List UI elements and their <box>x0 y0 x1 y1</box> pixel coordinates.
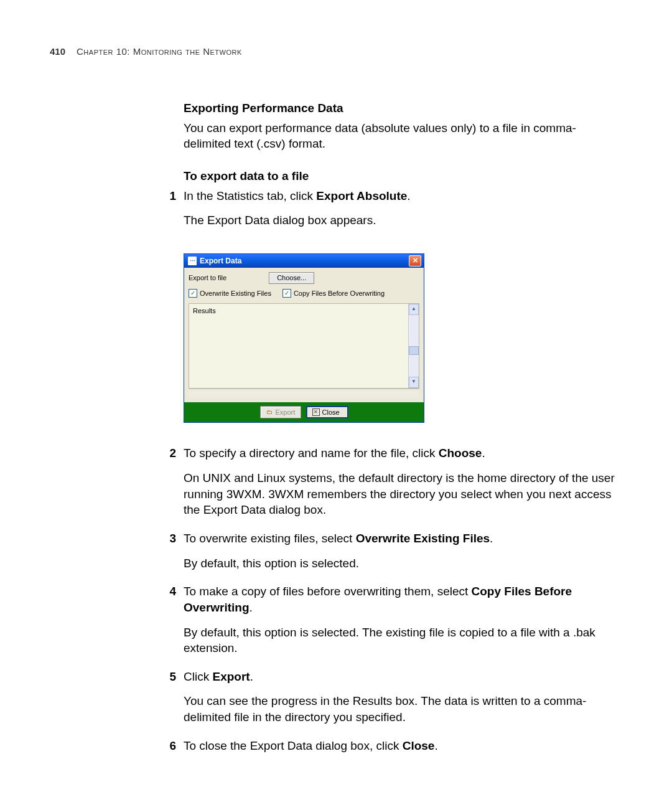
step-body: To close the Export Data dialog box, cli… <box>184 738 616 763</box>
export-button-label: Export <box>276 408 296 417</box>
step-text: To overwrite existing files, select <box>184 532 356 545</box>
choose-button[interactable]: Choose... <box>269 272 314 284</box>
copy-before-checkbox[interactable]: ✓ Copy Files Before Overwriting <box>282 289 385 298</box>
step-1: 1 In the Statistics tab, click Export Ab… <box>184 188 616 442</box>
section-heading: Exporting Performance Data <box>184 100 616 116</box>
scroll-track[interactable] <box>409 315 419 377</box>
step-number: 1 <box>165 188 176 442</box>
step-bold: Close <box>403 739 435 752</box>
step-5: 5 Click Export. You can see the progress… <box>184 669 616 734</box>
step-number: 2 <box>165 445 176 527</box>
scroll-down-icon[interactable]: ▼ <box>409 377 419 388</box>
step-body: To specify a directory and name for the … <box>184 445 616 527</box>
step-body: To overwrite existing files, select Over… <box>184 531 616 580</box>
step-bold: Overwrite Existing Files <box>356 532 490 545</box>
chapter-title: Chapter 10: Monitoring the Network <box>77 46 242 57</box>
scroll-up-icon[interactable]: ▲ <box>409 304 419 315</box>
step-text: To close the Export Data dialog box, cli… <box>184 739 403 752</box>
step-text: . <box>490 532 493 545</box>
sub-heading: To export data to a file <box>184 168 616 184</box>
step-2: 2 To specify a directory and name for th… <box>184 445 616 527</box>
checkbox-icon: ✓ <box>189 289 197 298</box>
close-button[interactable]: ✕ Close <box>306 406 348 419</box>
step-bold: Choose <box>439 446 482 460</box>
step-para: You can see the progress in the Results … <box>184 693 616 725</box>
titlebar: ⋯ Export Data ✕ <box>184 254 424 268</box>
checkbox-row: ✓ Overwrite Existing Files ✓ Copy Files … <box>189 289 419 298</box>
step-text: To make a copy of files before overwriti… <box>184 585 472 598</box>
section-intro: You can export performance data (absolut… <box>184 120 616 152</box>
export-button[interactable]: 🗀 Export <box>260 406 301 419</box>
step-body: Click Export. You can see the progress i… <box>184 669 616 734</box>
step-text: . <box>250 601 253 614</box>
step-bold: Export <box>212 670 250 683</box>
scroll-thumb[interactable] <box>409 346 419 355</box>
results-box: Results ▲ ▼ <box>189 303 419 389</box>
step-para: By default, this option is selected. <box>184 555 616 572</box>
step-bold: Export Absolute <box>316 189 407 202</box>
export-to-file-label: Export to file <box>189 273 226 283</box>
step-number: 3 <box>165 531 176 580</box>
close-x-icon: ✕ <box>312 408 320 416</box>
content: Exporting Performance Data You can expor… <box>184 100 616 762</box>
step-text: In the Statistics tab, click <box>184 189 316 202</box>
page-header: 410 Chapter 10: Monitoring the Network <box>50 46 622 57</box>
step-6: 6 To close the Export Data dialog box, c… <box>184 738 616 763</box>
page-number: 410 <box>50 46 65 57</box>
scrollbar[interactable]: ▲ ▼ <box>408 304 419 388</box>
step-body: To make a copy of files before overwriti… <box>184 583 616 665</box>
step-para: By default, this option is selected. The… <box>184 625 616 656</box>
overwrite-label: Overwrite Existing Files <box>200 289 271 298</box>
results-label: Results <box>189 304 220 318</box>
button-bar: 🗀 Export ✕ Close <box>184 402 424 423</box>
export-data-dialog: ⋯ Export Data ✕ Export to file Choose... <box>184 253 424 423</box>
step-4: 4 To make a copy of files before overwri… <box>184 583 616 665</box>
close-button-label: Close <box>322 408 340 417</box>
copy-before-label: Copy Files Before Overwriting <box>294 289 385 298</box>
dialog-figure: ⋯ Export Data ✕ Export to file Choose... <box>184 253 616 423</box>
checkbox-icon: ✓ <box>282 289 291 298</box>
step-text: Click <box>184 670 212 683</box>
step-text: . <box>434 739 437 752</box>
dialog-body: Export to file Choose... ✓ Overwrite Exi… <box>184 268 424 402</box>
status-bar <box>189 389 419 398</box>
export-icon: 🗀 <box>266 408 273 415</box>
step-text: . <box>482 446 485 460</box>
step-number: 5 <box>165 669 176 734</box>
step-number: 4 <box>165 583 176 665</box>
page: 410 Chapter 10: Monitoring the Network E… <box>0 0 672 807</box>
close-icon[interactable]: ✕ <box>409 255 421 267</box>
step-text: To specify a directory and name for the … <box>184 446 439 460</box>
step-para: On UNIX and Linux systems, the default d… <box>184 470 616 518</box>
step-number: 6 <box>165 738 176 763</box>
step-text: . <box>407 189 410 202</box>
step-body: In the Statistics tab, click Export Abso… <box>184 188 616 442</box>
app-icon: ⋯ <box>188 257 197 265</box>
step-3: 3 To overwrite existing files, select Ov… <box>184 531 616 580</box>
step-text: . <box>250 670 253 683</box>
overwrite-checkbox[interactable]: ✓ Overwrite Existing Files <box>189 289 271 298</box>
dialog-title: Export Data <box>200 256 406 266</box>
step-para: The Export Data dialog box appears. <box>184 212 616 229</box>
export-to-file-row: Export to file Choose... <box>189 272 419 284</box>
